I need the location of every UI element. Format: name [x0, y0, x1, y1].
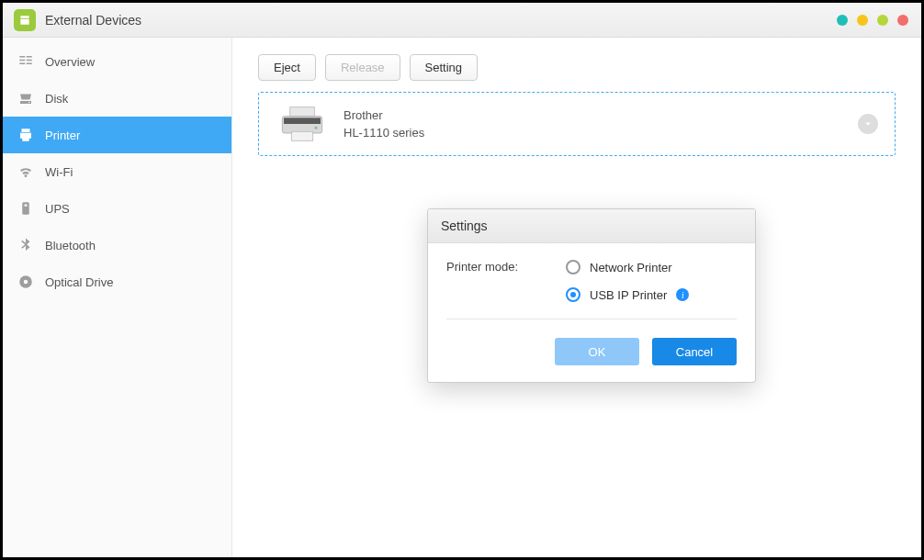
eject-button[interactable]: Eject [258, 54, 316, 81]
titlebar: External Devices [3, 3, 921, 38]
sidebar-item-label: Bluetooth [45, 239, 96, 252]
svg-rect-7 [22, 202, 29, 215]
sidebar-item-label: Wi-Fi [45, 165, 73, 179]
printer-mode-label: Printer mode: [446, 260, 566, 302]
dialog-title: Settings [428, 209, 755, 243]
wifi-icon [17, 163, 34, 180]
svg-rect-14 [291, 131, 312, 140]
sidebar-item-label: Overview [45, 55, 95, 69]
bluetooth-icon [17, 237, 34, 253]
device-card[interactable]: Brother HL-1110 series [258, 92, 896, 156]
toolbar: Eject Release Setting [258, 54, 896, 81]
device-text: Brother HL-1110 series [344, 108, 424, 140]
svg-rect-1 [19, 60, 25, 62]
option-network-printer[interactable]: Network Printer [566, 260, 737, 274]
device-model: HL-1110 series [344, 126, 424, 140]
radio-icon [566, 287, 580, 302]
sidebar-item-disk[interactable]: Disk [3, 80, 231, 117]
option-label: Network Printer [590, 261, 672, 274]
release-button[interactable]: Release [325, 54, 400, 81]
sidebar-item-ups[interactable]: UPS [3, 190, 231, 227]
svg-point-6 [28, 102, 30, 104]
chevron-down-icon [862, 118, 873, 129]
device-brand: Brother [344, 108, 424, 122]
svg-point-10 [24, 280, 28, 285]
svg-point-15 [315, 127, 318, 129]
disk-icon [17, 90, 34, 106]
window-minimize-button[interactable] [837, 15, 848, 26]
overview-icon [17, 53, 34, 70]
svg-rect-2 [19, 63, 25, 65]
cancel-button[interactable]: Cancel [652, 338, 737, 365]
window-close-button[interactable] [897, 15, 908, 26]
device-printer-icon [277, 106, 327, 142]
svg-rect-11 [290, 107, 315, 117]
svg-rect-4 [27, 60, 32, 62]
svg-rect-5 [27, 63, 32, 65]
window-restore-button[interactable] [877, 15, 888, 26]
app-icon [14, 9, 36, 31]
sidebar-item-label: Optical Drive [45, 275, 113, 289]
svg-rect-13 [284, 118, 321, 124]
ok-button[interactable]: OK [555, 338, 639, 365]
sidebar-item-bluetooth[interactable]: Bluetooth [3, 227, 231, 263]
sidebar-item-label: Printer [45, 129, 80, 142]
sidebar: Overview Disk Printer Wi-Fi [3, 38, 232, 557]
expand-chevron[interactable] [858, 114, 878, 134]
app-window: External Devices Overview Disk [3, 3, 921, 557]
sidebar-item-label: UPS [45, 202, 70, 216]
sidebar-item-label: Disk [45, 92, 68, 106]
svg-rect-0 [19, 56, 25, 58]
option-label: USB IP Printer [590, 288, 667, 302]
svg-rect-8 [25, 205, 28, 207]
window-title: External Devices [45, 13, 141, 28]
setting-button[interactable]: Setting [410, 54, 478, 81]
info-icon[interactable]: i [676, 288, 689, 301]
optical-drive-icon [17, 274, 34, 290]
sidebar-item-overview[interactable]: Overview [3, 43, 231, 80]
option-usb-ip-printer[interactable]: USB IP Printer i [566, 287, 737, 302]
ups-icon [17, 200, 34, 217]
sidebar-item-optical[interactable]: Optical Drive [3, 263, 231, 300]
radio-icon [566, 260, 580, 274]
window-controls [837, 15, 908, 26]
printer-icon [17, 127, 34, 143]
svg-rect-3 [27, 56, 32, 58]
sidebar-item-printer[interactable]: Printer [3, 117, 231, 153]
sidebar-item-wifi[interactable]: Wi-Fi [3, 153, 231, 190]
settings-dialog: Settings Printer mode: Network Printer U… [427, 208, 756, 383]
window-maximize-button[interactable] [857, 15, 868, 26]
